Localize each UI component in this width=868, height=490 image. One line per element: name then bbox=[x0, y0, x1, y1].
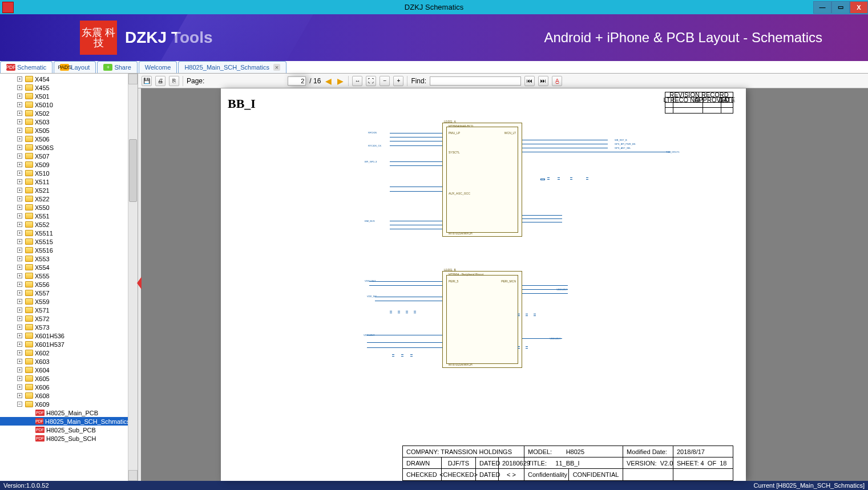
maximize-button[interactable]: ▭ bbox=[831, 1, 850, 14]
tree-folder[interactable]: +X552 bbox=[0, 220, 128, 229]
expander-icon[interactable]: + bbox=[17, 153, 22, 159]
tree-folder[interactable]: +X602 bbox=[0, 349, 128, 357]
tree-folder[interactable]: +X502 bbox=[0, 109, 128, 118]
tree-folder[interactable]: +X509 bbox=[0, 160, 128, 169]
splitter-handle-icon[interactable] bbox=[137, 277, 142, 289]
prev-page-button[interactable]: ◀ bbox=[324, 76, 333, 86]
expander-icon[interactable]: + bbox=[17, 367, 22, 372]
tree-folder[interactable]: +X551 bbox=[0, 212, 128, 220]
expander-icon[interactable]: + bbox=[17, 85, 22, 90]
expander-icon[interactable]: + bbox=[17, 307, 22, 313]
expander-icon[interactable]: + bbox=[17, 222, 22, 227]
expander-icon[interactable]: + bbox=[17, 256, 22, 261]
expander-icon[interactable]: + bbox=[17, 188, 22, 193]
expander-icon[interactable]: + bbox=[17, 213, 22, 218]
tree-file[interactable]: PDFH8025_Main_SCH_Schmatics bbox=[0, 417, 128, 426]
tree-folder[interactable]: +X501 bbox=[0, 92, 128, 100]
expander-icon[interactable]: + bbox=[17, 230, 22, 236]
tree-folder[interactable]: +X573 bbox=[0, 323, 128, 331]
next-page-button[interactable]: ▶ bbox=[336, 76, 345, 86]
tree-folder[interactable]: −X609 bbox=[0, 400, 128, 408]
tree-folder[interactable]: +X5516 bbox=[0, 246, 128, 254]
expander-icon[interactable]: + bbox=[17, 350, 22, 355]
tree-folder[interactable]: +X510 bbox=[0, 169, 128, 177]
tree-folder[interactable]: +X608 bbox=[0, 391, 128, 400]
highlight-button[interactable]: A̲ bbox=[552, 76, 562, 86]
tree-folder[interactable]: +X5515 bbox=[0, 237, 128, 246]
tab-close-icon[interactable]: × bbox=[273, 64, 280, 71]
splitter[interactable] bbox=[138, 88, 141, 481]
expander-icon[interactable]: + bbox=[17, 239, 22, 244]
tree-folder[interactable]: +X556 bbox=[0, 280, 128, 289]
expander-icon[interactable]: + bbox=[17, 290, 22, 295]
expander-icon[interactable]: + bbox=[17, 145, 22, 150]
tree-folder[interactable]: +X554 bbox=[0, 263, 128, 272]
tree-folder[interactable]: +X555 bbox=[0, 272, 128, 280]
tree-folder[interactable]: +X521 bbox=[0, 186, 128, 195]
expander-icon[interactable]: + bbox=[17, 282, 22, 287]
expander-icon[interactable]: + bbox=[17, 128, 22, 133]
tree-folder[interactable]: +X506 bbox=[0, 135, 128, 143]
tree-folder[interactable]: +X505 bbox=[0, 126, 128, 135]
tree-folder[interactable]: +X571 bbox=[0, 306, 128, 314]
expander-icon[interactable]: + bbox=[17, 94, 22, 99]
expander-icon[interactable]: + bbox=[17, 162, 22, 167]
tree-folder[interactable]: +X503 bbox=[0, 118, 128, 126]
expander-icon[interactable]: + bbox=[17, 171, 22, 176]
expander-icon[interactable]: + bbox=[17, 342, 22, 347]
close-button[interactable]: X bbox=[850, 1, 868, 14]
tree-folder[interactable]: +X511 bbox=[0, 177, 128, 186]
expander-icon[interactable]: + bbox=[17, 265, 22, 270]
tab-schematic[interactable]: PDFSchematic bbox=[0, 61, 53, 73]
expander-icon[interactable]: + bbox=[17, 136, 22, 141]
expander-icon[interactable]: + bbox=[17, 359, 22, 364]
tree-folder[interactable]: +X5511 bbox=[0, 229, 128, 237]
find-input[interactable] bbox=[430, 76, 521, 86]
tree-folder[interactable]: +X601H537 bbox=[0, 340, 128, 349]
expander-icon[interactable]: + bbox=[17, 119, 22, 124]
tree-folder[interactable]: +X454 bbox=[0, 75, 128, 83]
find-next-button[interactable]: ⏭ bbox=[538, 76, 548, 86]
tree-folder[interactable]: +X604 bbox=[0, 366, 128, 374]
expander-icon[interactable]: + bbox=[17, 325, 22, 330]
tree-folder[interactable]: +X507 bbox=[0, 152, 128, 160]
tab-layout[interactable]: PADSLayout bbox=[54, 61, 96, 73]
tree-folder[interactable]: +X606 bbox=[0, 383, 128, 391]
expander-icon[interactable]: + bbox=[17, 316, 22, 321]
tab-welcome[interactable]: Welcome bbox=[139, 61, 177, 73]
scroll-thumb[interactable] bbox=[129, 139, 137, 202]
tree-folder[interactable]: +X557 bbox=[0, 289, 128, 297]
page-input[interactable] bbox=[288, 76, 306, 86]
viewer[interactable]: BB_I REVISION RECORD LTRECO NO.APPROVEDD… bbox=[138, 88, 868, 481]
expander-icon[interactable]: + bbox=[17, 205, 22, 210]
find-prev-button[interactable]: ⏮ bbox=[524, 76, 535, 86]
minimize-button[interactable]: — bbox=[813, 1, 831, 14]
zoom-out-button[interactable]: − bbox=[380, 76, 390, 86]
tree-folder[interactable]: +X605 bbox=[0, 374, 128, 383]
expander-icon[interactable]: + bbox=[17, 111, 22, 116]
tab-document[interactable]: H8025_Main_SCH_Schmatics× bbox=[178, 61, 286, 73]
tree-folder[interactable]: +X601H536 bbox=[0, 331, 128, 340]
expander-icon[interactable]: + bbox=[17, 384, 22, 390]
expander-icon[interactable]: + bbox=[17, 76, 22, 82]
tree-folder[interactable]: +X5010 bbox=[0, 100, 128, 109]
expander-icon[interactable]: + bbox=[17, 248, 22, 253]
fit-page-button[interactable]: ⛶ bbox=[366, 76, 376, 86]
expander-icon[interactable]: + bbox=[17, 299, 22, 304]
tree-folder[interactable]: +X522 bbox=[0, 195, 128, 203]
copy-button[interactable]: ⎘ bbox=[169, 76, 179, 86]
tree-folder[interactable]: +X455 bbox=[0, 83, 128, 92]
tree-file[interactable]: PDFH8025_Sub_PCB bbox=[0, 426, 128, 434]
expander-icon[interactable]: + bbox=[17, 102, 22, 107]
save-button[interactable]: 💾 bbox=[142, 76, 152, 86]
tree-file[interactable]: PDFH8025_Main_PCB bbox=[0, 408, 128, 417]
tree-folder[interactable]: +X559 bbox=[0, 297, 128, 306]
tree-folder[interactable]: +X506S bbox=[0, 143, 128, 152]
print-button[interactable]: 🖨 bbox=[155, 76, 165, 86]
tree-folder[interactable]: +X553 bbox=[0, 254, 128, 263]
tree-view[interactable]: +X454+X455+X501+X5010+X502+X503+X505+X50… bbox=[0, 74, 128, 481]
expander-icon[interactable]: + bbox=[17, 333, 22, 338]
tab-share[interactable]: +Share bbox=[97, 61, 137, 73]
tree-file[interactable]: PDFH8025_Sub_SCH bbox=[0, 434, 128, 443]
expander-icon[interactable]: + bbox=[17, 393, 22, 398]
